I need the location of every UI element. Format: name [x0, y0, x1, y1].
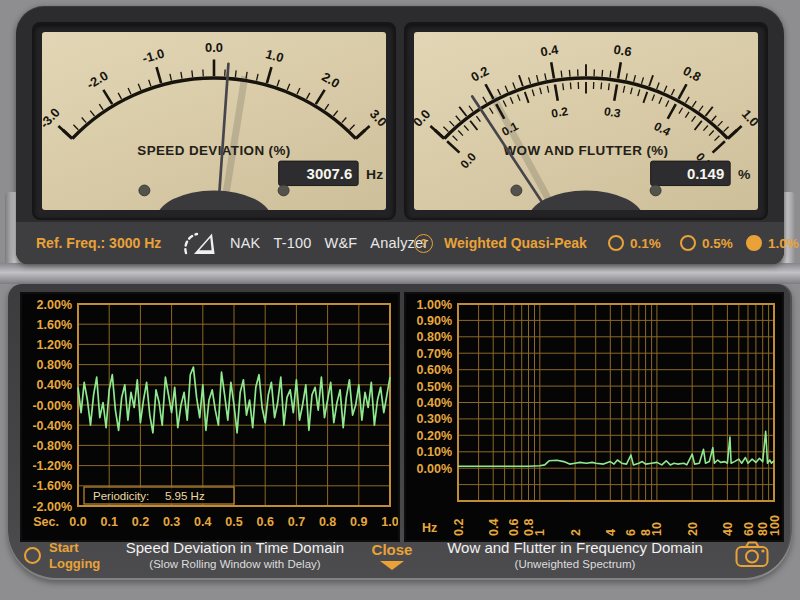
svg-text:-2.00%: -2.00% [32, 500, 72, 514]
svg-text:20: 20 [686, 522, 700, 536]
start-logging-label: Start Logging [49, 540, 100, 571]
svg-text:0.60%: 0.60% [417, 363, 452, 377]
svg-text:0.6: 0.6 [507, 519, 521, 536]
svg-text:0.8: 0.8 [681, 63, 704, 84]
svg-text:6: 6 [624, 529, 638, 536]
svg-text:0.40%: 0.40% [417, 396, 452, 410]
svg-text:1.0: 1.0 [264, 46, 285, 65]
range-radio-label: 0.1% [630, 236, 661, 251]
svg-text:0.30%: 0.30% [417, 412, 452, 426]
svg-text:0.70%: 0.70% [417, 347, 452, 361]
range-radio-label: 0.5% [702, 236, 733, 251]
svg-text:Sec.: Sec. [33, 515, 59, 529]
svg-text:0.5: 0.5 [225, 515, 242, 529]
svg-text:0.20%: 0.20% [417, 429, 452, 443]
svg-text:-2.0: -2.0 [84, 68, 111, 92]
svg-text:0.6: 0.6 [613, 42, 633, 60]
meter-panel: -3.0-2.0-1.00.01.02.03.0SPEED DEVIATION … [16, 6, 784, 264]
svg-text:0.8: 0.8 [319, 515, 336, 529]
svg-text:1.20%: 1.20% [37, 338, 72, 352]
svg-text:60: 60 [742, 522, 756, 536]
svg-text:-1.60%: -1.60% [32, 479, 72, 493]
svg-text:1.0: 1.0 [381, 515, 398, 529]
wow-flutter-meter: 0.00.20.40.60.81.00.00.10.20.30.40.5WOW … [414, 32, 758, 210]
svg-text:2.00%: 2.00% [37, 298, 72, 312]
brand-wf: W&F [325, 235, 358, 251]
svg-text:0.90%: 0.90% [417, 314, 452, 328]
svg-text:5.95 Hz: 5.95 Hz [165, 490, 205, 502]
svg-text:-0.40%: -0.40% [32, 419, 72, 433]
svg-text:2.0: 2.0 [319, 69, 342, 91]
svg-text:0.3: 0.3 [603, 104, 622, 120]
svg-text:0.10%: 0.10% [417, 445, 452, 459]
brand-title: NAK T-100 W&F Analyzer [230, 222, 441, 264]
svg-text:40: 40 [721, 522, 735, 536]
range-radio-0.1[interactable]: 0.1% [608, 222, 661, 264]
brand-model: T-100 [273, 235, 311, 251]
help-icon: ? [414, 234, 433, 253]
camera-icon [734, 539, 770, 569]
freq-chart-subtitle: (Unweighted Spectrum) [425, 557, 725, 571]
close-button[interactable]: Close [368, 541, 416, 570]
svg-text:0.1: 0.1 [101, 515, 118, 529]
frequency-domain-chart: 1.00%0.90%0.80%0.70%0.60%0.50%0.40%0.30%… [404, 292, 784, 542]
wf-analyzer-app: -3.0-2.0-1.00.01.02.03.0SPEED DEVIATION … [0, 0, 800, 600]
start-logging-button[interactable]: Start Logging [24, 540, 100, 571]
speed-meter-bezel: -3.0-2.0-1.00.01.02.03.0SPEED DEVIATION … [32, 22, 396, 220]
svg-text:-0.80%: -0.80% [32, 439, 72, 453]
svg-text:-1.0: -1.0 [141, 46, 167, 66]
svg-text:0.4: 0.4 [194, 515, 211, 529]
chart-panel: 2.00%1.60%1.20%0.80%0.40%-0.00%-0.40%-0.… [8, 284, 792, 580]
svg-text:100: 100 [768, 515, 782, 536]
help-button[interactable]: ? [414, 222, 433, 264]
radio-circle-icon [608, 235, 624, 251]
panel-footer: Start Logging Speed Deviation in Time Do… [8, 536, 792, 580]
time-domain-chart: 2.00%1.60%1.20%0.80%0.40%-0.00%-0.40%-0.… [20, 292, 400, 542]
svg-text:SPEED DEVIATION (%): SPEED DEVIATION (%) [137, 143, 290, 158]
svg-text:0.4: 0.4 [487, 519, 501, 536]
svg-text:3007.6: 3007.6 [307, 166, 353, 182]
brand-nak: NAK [230, 235, 260, 251]
svg-text:10: 10 [650, 522, 664, 536]
freq-chart-caption: Wow and Flutter in Frequency Domain (Unw… [425, 539, 725, 571]
svg-text:0.2: 0.2 [452, 519, 466, 536]
control-bar: Ref. Freq.: 3000 Hz NAK T-100 W&F Analyz… [16, 222, 784, 264]
svg-text:1.60%: 1.60% [37, 318, 72, 332]
svg-text:2: 2 [569, 529, 583, 536]
meter-logo-icon [180, 222, 218, 264]
svg-text:0.3: 0.3 [163, 515, 180, 529]
ref-freq-label: Ref. Freq.: 3000 Hz [36, 222, 161, 264]
svg-text:Hz: Hz [366, 167, 383, 182]
svg-text:0.80%: 0.80% [37, 358, 72, 372]
svg-text:-1.20%: -1.20% [32, 459, 72, 473]
record-circle-icon [24, 547, 41, 564]
svg-text:0.7: 0.7 [288, 515, 305, 529]
case-hinge [0, 263, 800, 284]
svg-text:0.80%: 0.80% [417, 330, 452, 344]
range-radio-1.0[interactable]: 1.0% [746, 222, 799, 264]
svg-text:0.0: 0.0 [205, 40, 223, 55]
svg-text:1.00%: 1.00% [417, 298, 452, 312]
svg-text:-0.00%: -0.00% [32, 399, 72, 413]
chevron-down-icon [380, 561, 404, 570]
time-chart-subtitle: (Slow Rolling Window with Delay) [100, 557, 370, 571]
screenshot-button[interactable] [734, 539, 770, 573]
range-radio-0.5[interactable]: 0.5% [680, 222, 733, 264]
svg-text:0.6: 0.6 [257, 515, 274, 529]
svg-text:0.9: 0.9 [350, 515, 367, 529]
svg-text:0.00%: 0.00% [417, 462, 452, 476]
range-radio-label: 1.0% [768, 236, 799, 251]
time-chart-caption: Speed Deviation in Time Domain (Slow Rol… [100, 539, 370, 571]
radio-circle-icon [746, 235, 762, 251]
svg-text:4: 4 [604, 529, 618, 536]
svg-text:0.0: 0.0 [69, 515, 86, 529]
svg-text:1: 1 [533, 529, 547, 536]
radio-circle-icon [680, 235, 696, 251]
svg-text:0.149: 0.149 [687, 166, 724, 182]
svg-text:0.2: 0.2 [550, 104, 569, 120]
speed-deviation-meter: -3.0-2.0-1.00.01.02.03.0SPEED DEVIATION … [42, 32, 386, 210]
svg-text:%: % [738, 167, 750, 182]
svg-text:0.0: 0.0 [457, 150, 479, 172]
svg-text:0.4: 0.4 [652, 119, 674, 139]
svg-text:0.2: 0.2 [468, 63, 491, 84]
